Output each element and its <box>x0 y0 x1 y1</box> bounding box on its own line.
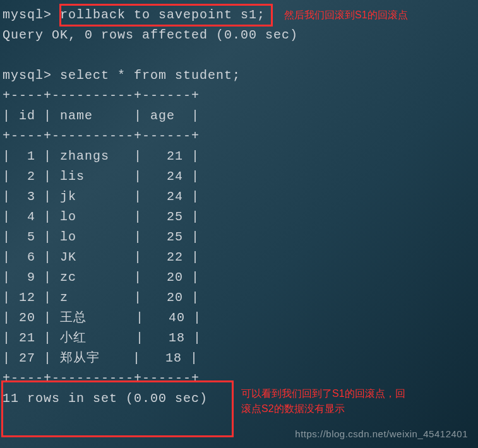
annotation-2: 可以看到我们回到了S1的回滚点，回 滚点S2的数据没有显示 <box>241 386 475 416</box>
table-border-top: +----+----------+------+ <box>0 86 478 106</box>
terminal-result-1: Query OK, 0 rows affected (0.00 sec) <box>0 25 478 45</box>
table-row: | 1 | zhangs | 21 | <box>0 146 478 167</box>
highlight-box-command <box>59 4 273 27</box>
command-select: select * from student; <box>60 68 241 83</box>
table-row: | 4 | lo | 25 | <box>0 207 478 227</box>
table-row: | 27 | 郑从宇 | 18 | <box>0 348 478 368</box>
table-row: | 6 | JK | 22 | <box>0 247 478 268</box>
table-row: | 20 | 王总 | 40 | <box>0 308 478 328</box>
table-row: | 21 | 小红 | 18 | <box>0 328 478 348</box>
terminal-line-2: mysql> select * from student; <box>0 66 478 86</box>
table-row: | 2 | lis | 24 | <box>0 167 478 187</box>
annotation-2-line1: 可以看到我们回到了S1的回滚点，回 <box>241 388 405 399</box>
table-border-mid: +----+----------+------+ <box>0 126 478 146</box>
table-header: | id | name | age | <box>0 106 478 126</box>
table-row: | 9 | zc | 20 | <box>0 268 478 288</box>
table-row: | 3 | jk | 24 | <box>0 187 478 207</box>
highlight-box-row-27 <box>1 380 234 437</box>
table-row: | 5 | lo | 25 | <box>0 227 478 247</box>
prompt: mysql> <box>3 8 60 22</box>
annotation-1: 然后我们回滚到S1的回滚点 <box>284 8 408 23</box>
table-row: | 12 | z | 20 | <box>0 288 478 308</box>
annotation-2-line2: 滚点S2的数据没有显示 <box>241 403 345 414</box>
prompt: mysql> <box>3 68 60 83</box>
watermark: https://blog.csdn.net/weixin_45412401 <box>295 428 468 439</box>
blank-line <box>0 45 478 66</box>
